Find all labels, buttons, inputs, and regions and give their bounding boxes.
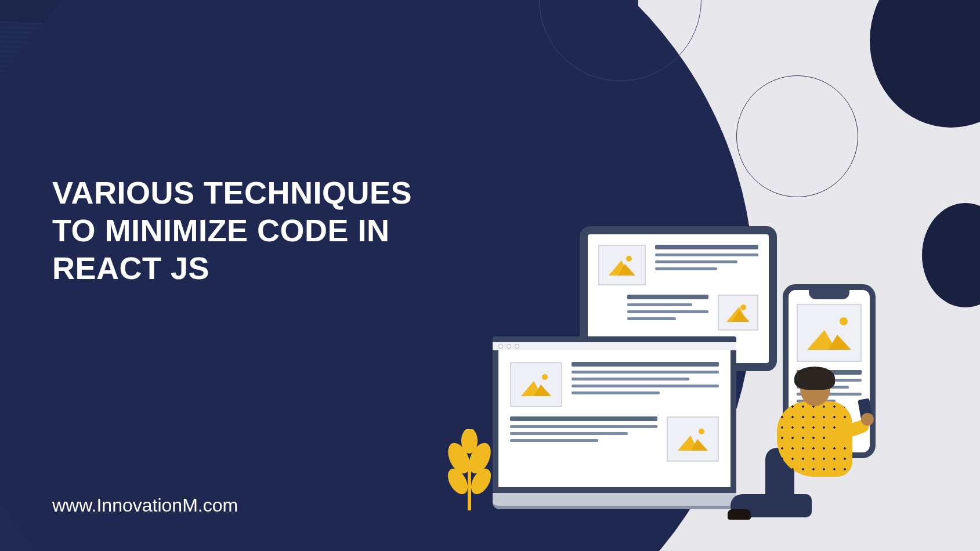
- outline-circle-decoration: [736, 75, 858, 197]
- text-placeholder: [627, 295, 708, 320]
- page-title: VARIOUS TECHNIQUES TO MINIMIZE CODE IN R…: [52, 174, 412, 287]
- svg-point-4: [461, 429, 478, 454]
- image-placeholder-icon: [598, 245, 646, 285]
- text-placeholder: [655, 245, 758, 270]
- leaf-decoration-icon: [446, 429, 493, 510]
- person-illustration: [725, 367, 876, 517]
- title-line-1: VARIOUS TECHNIQUES: [52, 174, 412, 212]
- text-placeholder: [572, 362, 719, 394]
- dark-blob-decoration: [870, 0, 980, 128]
- title-line-3: REACT JS: [52, 249, 412, 287]
- dark-blob-decoration: [922, 203, 980, 307]
- browser-topbar: [493, 336, 736, 350]
- image-placeholder-icon: [667, 416, 719, 462]
- image-placeholder-icon: [718, 295, 758, 331]
- title-line-2: TO MINIMIZE CODE IN: [52, 212, 412, 249]
- image-placeholder-icon: [797, 304, 862, 362]
- devices-illustration: [481, 226, 876, 534]
- website-url: www.InnovationM.com: [52, 495, 238, 516]
- monitor-device: [493, 336, 736, 510]
- text-placeholder: [510, 416, 657, 442]
- image-placeholder-icon: [510, 362, 562, 407]
